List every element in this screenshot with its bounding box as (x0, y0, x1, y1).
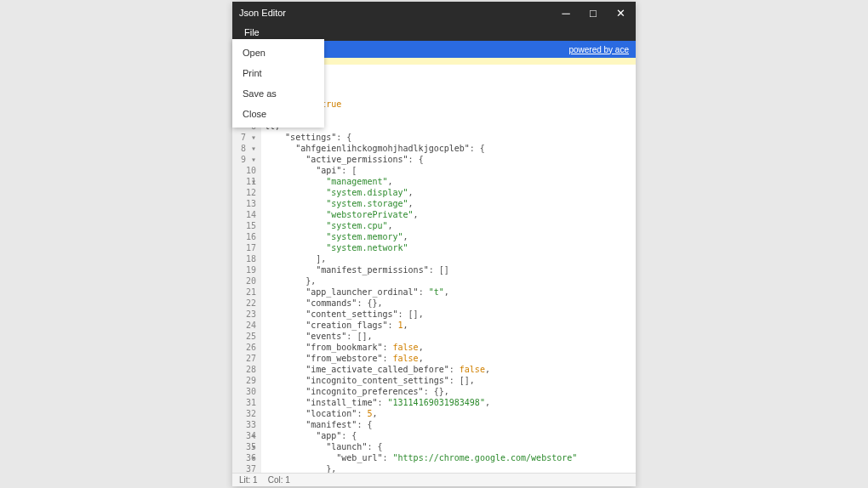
code-line[interactable]: ], (265, 253, 636, 264)
line-number: 13 (236, 198, 256, 209)
line-number: 16 (236, 231, 256, 242)
line-number: 12 (236, 187, 256, 198)
line-number: 9 ▾ (236, 154, 256, 165)
line-number: 34 ▾ (236, 430, 256, 441)
file-menu[interactable]: File (239, 26, 265, 39)
line-number: 30 (236, 386, 256, 397)
code-line[interactable]: "ime_activate_called_before": false, (265, 364, 636, 375)
code-line[interactable]: "install_time": "13114169031983498", (265, 397, 636, 408)
code-line[interactable]: "events": [], (265, 331, 636, 342)
line-number: 15 (236, 220, 256, 231)
code-line[interactable]: "system.cpu", (265, 220, 636, 231)
status-bar: Lit: 1 Col: 1 (232, 473, 636, 486)
code-line[interactable]: "system.display", (265, 187, 636, 198)
status-line: Lit: 1 (239, 475, 258, 485)
line-number: 20 (236, 275, 256, 287)
line-number: 27 (236, 353, 256, 364)
code-line[interactable]: "location": 5, (265, 408, 636, 419)
code-line[interactable]: "webstorePrivate", (265, 209, 636, 220)
code-line[interactable]: "from_webstore": false, (265, 353, 636, 364)
code-line[interactable]: "system.network" (265, 242, 636, 253)
line-number: 29 (236, 375, 256, 386)
line-number: 18 (236, 253, 256, 264)
window-title: Json Editor (239, 8, 557, 18)
code-line[interactable]: "app": { (265, 430, 636, 441)
line-number: 35 ▾ (236, 441, 256, 452)
powered-by-link[interactable]: powered by ace (568, 45, 629, 54)
code-line[interactable]: "commands": {}, (265, 298, 636, 309)
line-number: 24 (236, 320, 256, 331)
menubar: File (232, 24, 636, 41)
line-number: 10 ▾ (236, 165, 256, 176)
menu-close[interactable]: Close (232, 104, 324, 124)
code-line[interactable]: "active_permissions": { (265, 154, 636, 165)
menu-open[interactable]: Open (232, 43, 324, 63)
menu-save-as[interactable]: Save as (232, 83, 324, 104)
line-number: 37 (236, 463, 256, 473)
maximize-icon[interactable]: □ (585, 7, 602, 20)
line-number: 17 (236, 242, 256, 253)
code-line[interactable]: "web_url": "https://chrome.google.com/we… (265, 452, 636, 463)
code-line[interactable]: "content_settings": [], (265, 309, 636, 320)
code-line[interactable]: "app_launcher_ordinal": "t", (265, 287, 636, 298)
line-number: 8 ▾ (236, 143, 256, 154)
code-line[interactable]: "incognito_preferences": {}, (265, 386, 636, 397)
line-number: 7 ▾ (236, 132, 256, 143)
code-line[interactable]: "creation_flags": 1, (265, 320, 636, 331)
line-number: 32 (236, 408, 256, 419)
line-number: 28 (236, 364, 256, 375)
menu-print[interactable]: Print (232, 63, 324, 83)
line-number: 36 (236, 452, 256, 463)
code-line[interactable]: "launch": { (265, 441, 636, 452)
code-line[interactable]: "api": [ (265, 165, 636, 176)
line-number: 19 (236, 264, 256, 275)
line-number: 31 (236, 397, 256, 408)
window-controls: ─ □ ✕ (557, 7, 629, 20)
titlebar: Json Editor ─ □ ✕ (232, 2, 636, 24)
code-line[interactable]: "settings": { (265, 132, 636, 143)
line-number: 11 (236, 176, 256, 187)
code-line[interactable]: "management", (265, 176, 636, 187)
code-line[interactable]: "incognito_content_settings": [], (265, 375, 636, 386)
file-dropdown: Open Print Save as Close (232, 39, 324, 128)
code-line[interactable]: "manifest_permissions": [] (265, 264, 636, 275)
line-number: 23 (236, 309, 256, 320)
code-line[interactable]: "system.memory", (265, 231, 636, 242)
close-icon[interactable]: ✕ (612, 7, 629, 20)
code-line[interactable]: "system.storage", (265, 198, 636, 209)
line-number: 21 (236, 287, 256, 298)
line-number: 22 (236, 298, 256, 309)
code-line[interactable]: }, (265, 275, 636, 287)
status-col: Col: 1 (268, 475, 290, 485)
code-line[interactable]: "from_bookmark": false, (265, 342, 636, 353)
code-line[interactable]: "ahfgeienlihckogmohjhadlkjgocpleb": { (265, 143, 636, 154)
line-number: 25 (236, 331, 256, 342)
line-number: 14 (236, 209, 256, 220)
code-line[interactable]: "manifest": { (265, 419, 636, 430)
line-number: 33 ▾ (236, 419, 256, 430)
line-number: 26 (236, 342, 256, 353)
minimize-icon[interactable]: ─ (557, 7, 574, 20)
code-line[interactable]: }, (265, 463, 636, 473)
